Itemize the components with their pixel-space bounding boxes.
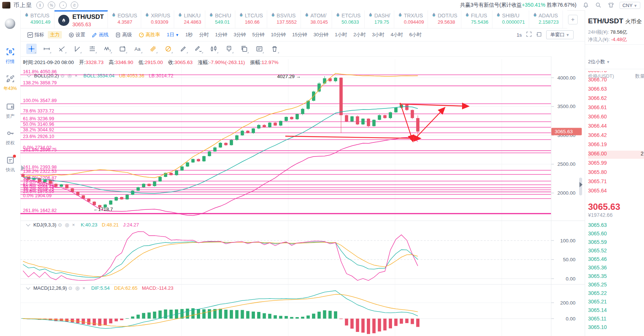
text-tool-icon[interactable]: Aa xyxy=(133,44,143,54)
ask-row[interactable]: 3066.70 xyxy=(588,77,644,85)
sidebar-item-news[interactable]: 快讯 xyxy=(0,156,20,173)
ask-row[interactable]: 3065.64 xyxy=(588,188,644,196)
globe-icon[interactable] xyxy=(5,19,15,29)
price-chart[interactable]: 161.8% 4050.86138.2% 3858.79100.0% 3547.… xyxy=(20,56,585,336)
parallel-channel-icon[interactable] xyxy=(87,44,97,54)
decimals-select[interactable]: 2位小数▼ xyxy=(588,58,610,65)
bid-row[interactable]: 3065.25 xyxy=(588,282,644,290)
pin-tool-icon[interactable] xyxy=(224,44,234,54)
ticker-tab-ethusdt[interactable]: ETH/USDT3065.63 xyxy=(54,10,108,28)
ticker-tab-dotus[interactable]: DOT/US29.5638 xyxy=(428,10,461,28)
bid-row[interactable]: 3065.36 xyxy=(588,265,644,273)
ask-row[interactable]: 3065.80 xyxy=(588,169,644,177)
interval-1秒[interactable]: 1秒 xyxy=(185,31,193,38)
phone-icon[interactable]: ✆ xyxy=(71,1,78,9)
bid-row[interactable]: 3065.63 xyxy=(588,222,644,230)
new-pane-icon[interactable] xyxy=(536,31,542,38)
ticker-tab-eosus[interactable]: EOS/US4.3587 xyxy=(108,10,141,28)
sidebar-item-yearly[interactable]: 年43% xyxy=(0,74,20,92)
bid-row[interactable]: 3065.59 xyxy=(588,239,644,247)
interval-2小时[interactable]: 2小时 xyxy=(353,31,366,38)
ticker-tab-dash[interactable]: DASH/179.75 xyxy=(365,10,394,28)
ticker-tab-bsvus[interactable]: BSV/US137.5552 xyxy=(267,10,301,28)
ticker-tab-shibu[interactable]: SHIB/U0.0000071 xyxy=(492,10,529,28)
interval-3小时[interactable]: 3小时 xyxy=(372,31,384,38)
interval-3分钟[interactable]: 3分钟 xyxy=(234,31,246,38)
interval-1小时[interactable]: 1小时 xyxy=(335,31,347,38)
rectangle-tool-icon[interactable] xyxy=(117,44,128,54)
interval-30分钟[interactable]: 30分钟 xyxy=(313,31,328,38)
settings-button[interactable]: 设置 xyxy=(69,31,85,38)
bid-row[interactable]: 3065.14 xyxy=(588,307,644,315)
trend-line-icon[interactable] xyxy=(57,44,67,54)
draw-button[interactable]: 画线 xyxy=(92,31,109,38)
add-ticker-button[interactable]: + xyxy=(568,15,578,24)
advanced-button[interactable]: 高级 xyxy=(115,31,132,38)
bid-row[interactable]: 3065.60 xyxy=(588,231,644,239)
ticker-tab-linku[interactable]: LINK/U24.4863 xyxy=(174,10,205,28)
interval-分时[interactable]: 分时 xyxy=(199,31,209,38)
main-force-tag[interactable]: 主力 xyxy=(48,31,62,38)
ask-row[interactable]: 3065.71 xyxy=(588,178,644,187)
ticker-tab-bchu[interactable]: BCH/U549.01 xyxy=(205,10,235,28)
window-mode-button[interactable]: 单窗口▼ xyxy=(546,30,574,39)
angle-line-icon[interactable] xyxy=(72,44,82,54)
ask-row[interactable]: 3066.61 xyxy=(588,104,644,112)
fullscreen-icon[interactable] xyxy=(526,31,532,38)
interval-4小时[interactable]: 4小时 xyxy=(391,31,403,38)
ask-row[interactable]: 3066.19 xyxy=(588,141,644,149)
bell-icon[interactable] xyxy=(582,2,589,9)
note-tool-icon[interactable] xyxy=(254,44,265,54)
ask-row[interactable]: 3066.44 xyxy=(588,123,644,131)
sidebar-item-market[interactable]: B行情 xyxy=(0,47,20,65)
bid-row[interactable]: 3065.21 xyxy=(588,299,644,307)
bid-row[interactable]: 3065.52 xyxy=(588,248,644,256)
ask-row[interactable]: 3066.60 xyxy=(588,114,644,122)
ask-row[interactable]: 3066.002 xyxy=(588,151,644,159)
interval-select[interactable]: 1日▼ xyxy=(167,31,179,38)
ask-row[interactable]: 3066.62 xyxy=(588,95,644,103)
search-icon[interactable] xyxy=(595,2,602,9)
crosshair-icon[interactable] xyxy=(26,44,37,54)
copy-tool-icon[interactable] xyxy=(239,44,249,54)
ticker-tab-etcus[interactable]: ETC/US50.0633 xyxy=(332,10,365,28)
interval-10分钟[interactable]: 10分钟 xyxy=(271,31,286,38)
signal-banner[interactable]: 共赢3号有新信号(累计收益+350.41% 胜率76.67%) xyxy=(460,2,577,9)
interval-1分钟[interactable]: 1分钟 xyxy=(215,31,227,38)
interval-6小时[interactable]: 6小时 xyxy=(409,31,421,38)
sidebar-item-auth[interactable]: 授权 xyxy=(0,129,20,146)
ticker-tab-filus[interactable]: FIL/US75.5436 xyxy=(461,10,492,28)
interval-15分钟[interactable]: 15分钟 xyxy=(292,31,307,38)
fib-circle-icon[interactable] xyxy=(163,44,173,54)
sidebar-item-assets[interactable]: 资产 xyxy=(0,102,20,120)
fib-retracement-icon[interactable] xyxy=(148,44,158,54)
bid-row[interactable]: 3065.11 xyxy=(588,316,644,324)
ticker-tab-trxus[interactable]: TRX/US0.094409 xyxy=(394,10,428,28)
ticker-tab-ltcus[interactable]: LTC/US160.66 xyxy=(235,10,267,28)
interval-5分钟[interactable]: 5分钟 xyxy=(252,31,265,38)
horizontal-segment-icon[interactable] xyxy=(42,44,52,54)
ticker-tab-btcus[interactable]: BTC/US43901.49 xyxy=(21,10,54,28)
percent-icon[interactable]: % xyxy=(48,1,55,9)
shirt-icon[interactable] xyxy=(608,2,614,9)
bid-row[interactable]: 3065.35 xyxy=(588,273,644,281)
bid-row[interactable]: 3065.22 xyxy=(588,290,644,298)
currency-select[interactable]: CNY▼ xyxy=(620,2,640,9)
ticker-tab-adaus[interactable]: ADA/US2.158723 xyxy=(529,10,563,28)
ticker-tab-xrpus[interactable]: XRP/US0.93309 xyxy=(141,10,174,28)
freehand-icon[interactable] xyxy=(193,44,204,54)
ask-row[interactable]: 3066.73 xyxy=(588,71,644,75)
indicator-button[interactable]: 指标 xyxy=(27,31,44,38)
wave-pattern-icon[interactable]: 3 xyxy=(102,44,113,54)
pause-icon[interactable]: ‖ xyxy=(36,1,44,9)
brush-icon[interactable] xyxy=(178,44,189,54)
delete-tool-icon[interactable] xyxy=(269,44,280,54)
ask-row[interactable]: 3066.63 xyxy=(588,86,644,94)
bid-row[interactable]: 3065.10 xyxy=(588,324,644,332)
ask-row[interactable]: 3065.99 xyxy=(588,160,644,168)
bid-row[interactable]: 3065.46 xyxy=(588,256,644,264)
candle-pattern-icon[interactable] xyxy=(209,44,219,54)
ask-row[interactable]: 3066.42 xyxy=(588,132,644,140)
gauge-icon[interactable]: ◔ xyxy=(59,1,67,9)
ticker-tab-atom[interactable]: ATOM/38.0145 xyxy=(301,10,332,28)
